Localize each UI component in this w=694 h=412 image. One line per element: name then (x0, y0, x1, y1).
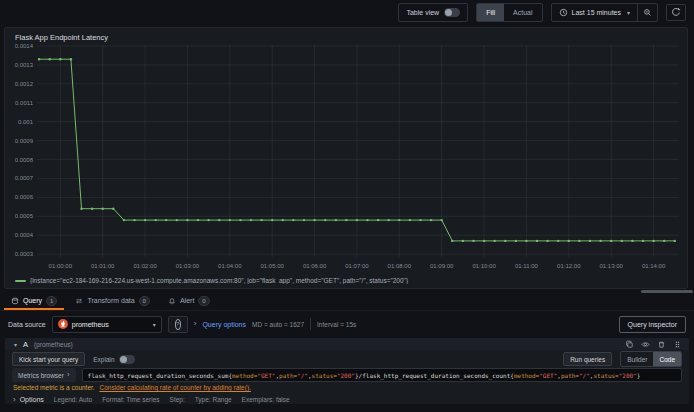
editor-tabs: Query 1 Transform data 0 Alert 0 (0, 293, 694, 311)
promql-expression-input[interactable]: flask_http_request_duration_seconds_sum{… (82, 368, 682, 382)
series-point (49, 58, 51, 60)
option-summary-item: Legend: Auto (54, 396, 92, 403)
legend-series-label[interactable]: {instance="ec2-184-169-216-224.us-west-1… (30, 277, 408, 284)
table-view-label: Table view (406, 9, 439, 16)
query-token: "GET" (257, 372, 275, 379)
series-point (441, 219, 443, 221)
collapse-chevron-icon[interactable]: ▾ (14, 341, 17, 348)
x-tick-label: 01:10:00 (472, 263, 496, 269)
question-circle-icon: ? (175, 319, 181, 330)
time-range-picker[interactable]: Last 15 minutes ▾ (552, 4, 637, 21)
series-point (313, 219, 315, 221)
timeseries-chart[interactable]: 0.00140.00130.00120.00110.0010.00090.000… (7, 41, 687, 275)
query-options-toggle[interactable]: Query options (202, 321, 246, 328)
y-tick-label: 0.0003 (15, 251, 34, 257)
series-point (70, 58, 72, 60)
options-toggle[interactable]: › Options (13, 396, 44, 404)
series-point (599, 240, 601, 242)
query-inspector-button[interactable]: Query inspector (619, 316, 686, 333)
legend-series-marker (15, 280, 26, 282)
query-expression-row: Metrics browser › flask_http_request_dur… (5, 368, 689, 382)
series-point (197, 219, 199, 221)
drag-handle-icon[interactable] (673, 340, 682, 349)
kick-start-query-button[interactable]: Kick start your query (12, 352, 85, 366)
query-options-summary-row: › Options Legend: AutoFormat: Time serie… (5, 395, 689, 404)
datasource-label: Data source (8, 321, 46, 328)
series-point (80, 208, 82, 210)
query-token: "/" (579, 372, 590, 379)
series-point (324, 219, 326, 221)
series-point (419, 219, 421, 221)
series-point (663, 240, 665, 242)
options-label: Options (20, 396, 44, 403)
series-point (356, 219, 358, 221)
explain-control: Explain (93, 355, 134, 364)
tab-alert[interactable]: Alert 0 (161, 293, 217, 310)
eye-icon[interactable] (641, 340, 650, 349)
query-token: method= (232, 372, 257, 379)
series-point (239, 219, 241, 221)
chevron-right-icon: › (13, 396, 16, 404)
datasource-help-button[interactable]: ? (168, 316, 188, 333)
x-tick-label: 01:13:00 (600, 263, 624, 269)
series-point (578, 240, 580, 242)
code-button[interactable]: Code (653, 352, 681, 366)
metrics-browser-button[interactable]: Metrics browser › (12, 368, 76, 382)
query-token: "/" (297, 372, 308, 379)
datasource-select[interactable]: prometheus ▾ (52, 316, 162, 333)
series-point (377, 219, 379, 221)
series-point (589, 240, 591, 242)
y-tick-label: 0.001 (18, 119, 34, 125)
prometheus-icon (58, 319, 68, 329)
query-ref-id: A (23, 340, 28, 349)
query-token: "200" (619, 372, 637, 379)
trash-icon[interactable] (657, 340, 666, 349)
query-token: "GET" (539, 372, 557, 379)
series-point (568, 240, 570, 242)
tab-query[interactable]: Query 1 (4, 293, 64, 310)
x-tick-label: 01:03:00 (176, 263, 200, 269)
series-point (112, 208, 114, 210)
series-point (207, 219, 209, 221)
query-token: path= (561, 372, 579, 379)
series-point (186, 219, 188, 221)
time-range-label: Last 15 minutes (572, 9, 621, 16)
bell-icon (168, 297, 176, 305)
series-point (303, 219, 305, 221)
x-tick-label: 01:04:00 (218, 263, 242, 269)
rate-hint-link[interactable]: Consider calculating rate of counter by … (99, 384, 250, 391)
duplicate-query-icon[interactable] (625, 340, 634, 349)
x-tick-label: 01:05:00 (261, 263, 285, 269)
datasource-value: prometheus (72, 321, 109, 328)
query-row-header[interactable]: ▾ A (prometheus) (5, 338, 689, 350)
x-tick-label: 01:12:00 (557, 263, 581, 269)
series-point (642, 240, 644, 242)
tab-alert-label: Alert (180, 297, 194, 304)
metrics-browser-label: Metrics browser (18, 372, 64, 379)
table-view-switch[interactable] (444, 8, 460, 17)
y-tick-label: 0.0012 (15, 81, 34, 87)
run-queries-button[interactable]: Run queries (563, 352, 612, 366)
timeseries-panel: Flask App Endpoint Latency 0.00140.00130… (4, 27, 688, 289)
chevron-down-icon: ▾ (627, 9, 630, 16)
y-tick-label: 0.0006 (15, 194, 34, 200)
fill-button[interactable]: Fill (477, 4, 504, 21)
y-tick-label: 0.0009 (15, 138, 34, 144)
explain-switch[interactable] (119, 355, 135, 364)
series-point (621, 240, 623, 242)
table-view-control[interactable]: Table view (398, 3, 468, 22)
tab-transform-count: 0 (139, 296, 150, 306)
zoom-out-button[interactable] (637, 4, 657, 21)
series-point (176, 219, 178, 221)
y-tick-label: 0.0005 (15, 213, 34, 219)
series-point (494, 240, 496, 242)
series-point (282, 219, 284, 221)
series-point (133, 219, 135, 221)
series-point (557, 240, 559, 242)
datasource-row: Data source prometheus ▾ ? › Query optio… (0, 314, 694, 334)
clock-icon (559, 8, 568, 17)
tab-transform-data[interactable]: Transform data 0 (68, 293, 157, 310)
refresh-button[interactable] (666, 4, 686, 21)
actual-button[interactable]: Actual (504, 4, 541, 21)
builder-button[interactable]: Builder (621, 352, 653, 366)
